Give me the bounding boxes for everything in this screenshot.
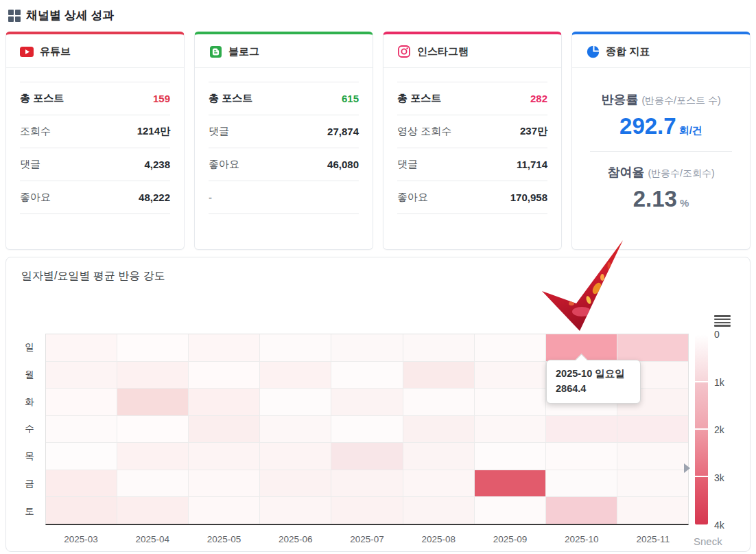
card-header: 블로그 bbox=[195, 34, 373, 68]
heatmap-cell[interactable] bbox=[46, 334, 117, 361]
metric-label: 반응률 (반응수/포스트 수) bbox=[572, 91, 750, 108]
heatmap-cell[interactable] bbox=[331, 334, 402, 361]
legend-tick-label: 2k bbox=[714, 424, 724, 435]
heatmap-cell[interactable] bbox=[403, 389, 474, 415]
heatmap-cell[interactable] bbox=[403, 497, 474, 524]
stat-row: - bbox=[209, 181, 359, 214]
watermark: Sneck bbox=[694, 535, 722, 547]
heatmap-cell[interactable] bbox=[189, 470, 259, 497]
stat-value: 159 bbox=[153, 93, 170, 104]
stat-value: 170,958 bbox=[510, 192, 547, 203]
heatmap-cell[interactable] bbox=[475, 389, 545, 415]
heatmap-cell[interactable] bbox=[331, 389, 402, 415]
heatmap-cell[interactable] bbox=[46, 362, 117, 389]
heatmap-cell[interactable] bbox=[46, 497, 117, 524]
heatmap-cell[interactable] bbox=[260, 416, 331, 443]
heatmap-cell[interactable] bbox=[260, 362, 331, 389]
metric-label: 참여율 (반응수/조회수) bbox=[572, 164, 750, 181]
heatmap-cell[interactable] bbox=[331, 416, 402, 443]
pie-chart-icon bbox=[586, 45, 600, 58]
heatmap-cell[interactable] bbox=[46, 443, 117, 470]
heatmap-cell[interactable] bbox=[617, 497, 688, 524]
page-title: 채널별 상세 성과 bbox=[26, 8, 114, 23]
heatmap-cell[interactable] bbox=[260, 470, 331, 497]
heatmap-cell[interactable] bbox=[546, 416, 617, 443]
heatmap-cell[interactable] bbox=[617, 443, 688, 470]
legend-tick-label: 3k bbox=[714, 472, 724, 483]
heatmap-cell[interactable] bbox=[617, 416, 688, 443]
heatmap-cell[interactable] bbox=[46, 470, 117, 497]
heatmap-cell[interactable] bbox=[546, 443, 617, 470]
youtube-icon bbox=[20, 45, 34, 58]
summary-body: 반응률 (반응수/포스트 수)292.7 회/건참여율 (반응수/조회수)2.1… bbox=[572, 68, 750, 210]
heatmap-cell[interactable] bbox=[403, 334, 474, 361]
heatmap-cell[interactable] bbox=[546, 497, 617, 524]
heatmap-cell[interactable] bbox=[189, 443, 259, 470]
heatmap-cell[interactable] bbox=[475, 334, 545, 361]
heatmap-cell[interactable] bbox=[331, 443, 402, 470]
heatmap-cell[interactable] bbox=[189, 416, 259, 443]
heatmap-cell[interactable] bbox=[46, 416, 117, 443]
heatmap-cell[interactable] bbox=[117, 389, 188, 415]
heatmap-cell[interactable] bbox=[46, 389, 117, 415]
heatmap-cell[interactable] bbox=[403, 470, 474, 497]
heatmap-cell[interactable] bbox=[475, 470, 545, 497]
y-axis-label: 일 bbox=[19, 334, 40, 361]
card-header: 유튜브 bbox=[6, 34, 184, 68]
stat-value: 1214만 bbox=[137, 125, 170, 138]
heatmap-cell[interactable] bbox=[117, 443, 188, 470]
channel-card-3: 종합 지표반응률 (반응수/포스트 수)292.7 회/건참여율 (반응수/조회… bbox=[571, 32, 751, 250]
heatmap-cell[interactable] bbox=[331, 497, 402, 524]
channel-card-1: 블로그총 포스트615댓글27,874좋아요46,080- bbox=[194, 32, 373, 250]
heatmap-cell[interactable] bbox=[260, 389, 331, 415]
heatmap-cell[interactable] bbox=[475, 497, 545, 524]
tooltip-line2: 2864.4 bbox=[556, 382, 631, 397]
heatmap-cell[interactable] bbox=[546, 470, 617, 497]
stat-label: 좋아요 bbox=[209, 158, 239, 171]
heatmap-cell[interactable] bbox=[117, 470, 188, 497]
heatmap-cell[interactable] bbox=[117, 497, 188, 524]
stat-row: 조회수1214만 bbox=[20, 115, 170, 148]
heatmap-cell[interactable] bbox=[189, 362, 259, 389]
stat-row: 총 포스트159 bbox=[20, 82, 170, 115]
heatmap-cell[interactable] bbox=[117, 334, 188, 361]
hamburger-icon[interactable] bbox=[714, 315, 731, 327]
stat-row: 좋아요170,958 bbox=[397, 181, 547, 214]
heatmap-cell[interactable] bbox=[617, 470, 688, 497]
dashboard: 채널별 상세 성과 유튜브총 포스트159조회수1214만댓글4,238좋아요4… bbox=[0, 0, 756, 554]
heatmap-cell[interactable] bbox=[189, 389, 259, 415]
heatmap-cell[interactable] bbox=[403, 416, 474, 443]
card-title: 유튜브 bbox=[40, 45, 71, 58]
heatmap-cell[interactable] bbox=[117, 416, 188, 443]
scroll-grip-icon[interactable] bbox=[684, 463, 690, 473]
heatmap-cell[interactable] bbox=[475, 362, 545, 389]
y-axis-label: 토 bbox=[19, 498, 40, 525]
stat-label: 좋아요 bbox=[397, 191, 428, 204]
stat-row: 댓글4,238 bbox=[20, 148, 170, 181]
heatmap-cell[interactable] bbox=[331, 362, 402, 389]
heatmap-cell[interactable] bbox=[331, 470, 402, 497]
heatmap-cell[interactable] bbox=[260, 443, 331, 470]
heatmap-cell[interactable] bbox=[189, 334, 259, 361]
tooltip-line1: 2025-10 일요일 bbox=[556, 367, 631, 382]
x-axis-label: 2025-05 bbox=[188, 534, 259, 544]
heatmap-cell[interactable] bbox=[403, 362, 474, 389]
x-axis-label: 2025-10 bbox=[546, 534, 617, 544]
stat-value: 4,238 bbox=[144, 159, 170, 170]
heatmap-cell[interactable] bbox=[117, 362, 188, 389]
heatmap-cell[interactable] bbox=[260, 497, 331, 524]
stat-value: 237만 bbox=[520, 125, 547, 138]
heatmap-x-axis: 2025-032025-042025-052025-062025-072025-… bbox=[45, 534, 689, 544]
heatmap-cell[interactable] bbox=[189, 497, 259, 524]
stat-label: 총 포스트 bbox=[397, 92, 441, 105]
heatmap-cell[interactable] bbox=[475, 416, 545, 443]
divider bbox=[590, 151, 732, 152]
heatmap-cell[interactable] bbox=[260, 334, 331, 361]
stat-value: 46,080 bbox=[327, 159, 359, 170]
heatmap-cell[interactable] bbox=[403, 443, 474, 470]
stat-value: 27,874 bbox=[327, 126, 359, 137]
stat-row: 댓글27,874 bbox=[209, 115, 359, 148]
heatmap-cell[interactable] bbox=[617, 334, 688, 361]
y-axis-label: 월 bbox=[19, 361, 40, 389]
heatmap-cell[interactable] bbox=[475, 443, 545, 470]
